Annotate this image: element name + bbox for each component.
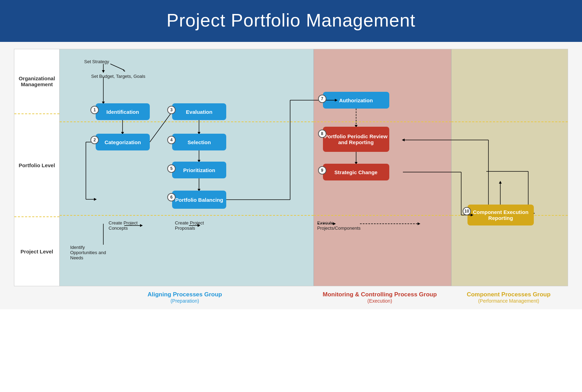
main-content: Organizational Management Portfolio Leve… bbox=[0, 42, 582, 309]
svg-marker-24 bbox=[122, 69, 125, 72]
process-component-reporting: Component Execution Reporting bbox=[467, 205, 534, 225]
process-selection: Selection bbox=[172, 134, 226, 150]
svg-marker-17 bbox=[94, 198, 97, 201]
zone-component: 10 Component Execution Reporting bbox=[451, 49, 568, 286]
execute-label: Execute Projects/Components bbox=[317, 220, 370, 231]
component-sub-label: (Performance Management) bbox=[453, 298, 565, 304]
process-balancing: Portfolio Balancing bbox=[172, 191, 226, 209]
portfolio-level-label: Portfolio Level bbox=[14, 114, 59, 217]
org-level-label: Organizational Management bbox=[14, 49, 59, 114]
create-proposals-label: Create Project Proposals bbox=[175, 220, 213, 231]
create-concepts-label: Create Project Concepts bbox=[109, 220, 147, 231]
component-arrows bbox=[451, 49, 568, 286]
process-prioritization: Prioritization bbox=[172, 162, 226, 178]
process-strategic-change: Strategic Change bbox=[323, 164, 389, 180]
diagram-columns: Set Strategy Set Budget, Targets, Goals … bbox=[60, 49, 568, 286]
process-evaluation: Evaluation bbox=[172, 103, 226, 120]
svg-marker-1 bbox=[102, 70, 105, 73]
page-header: Project Portfolio Management bbox=[0, 0, 582, 42]
monitoring-sub-label: (Execution) bbox=[314, 298, 446, 304]
component-main-label: Component Processes Group bbox=[453, 291, 565, 298]
page-title: Project Portfolio Management bbox=[167, 10, 415, 30]
level-labels: Organizational Management Portfolio Leve… bbox=[14, 49, 60, 286]
footer-aligning: Aligning Processes Group (Preparation) bbox=[59, 289, 310, 306]
zone-monitoring: 7 Authorization 8 Portfolio Periodic Rev… bbox=[314, 49, 452, 286]
monitoring-main-label: Monitoring & Controlling Process Group bbox=[314, 291, 446, 298]
footer-labels: Aligning Processes Group (Preparation) M… bbox=[14, 289, 568, 306]
footer-monitoring: Monitoring & Controlling Process Group (… bbox=[310, 289, 449, 306]
project-level-label: Project Level bbox=[14, 217, 59, 286]
zone-aligning: Set Strategy Set Budget, Targets, Goals … bbox=[60, 49, 314, 286]
process-categorization: Categorization bbox=[96, 134, 150, 150]
set-budget-label: Set Budget, Targets, Goals bbox=[91, 74, 145, 79]
process-authorization: Authorization bbox=[323, 92, 389, 109]
aligning-sub-label: (Preparation) bbox=[63, 298, 307, 304]
svg-line-23 bbox=[110, 64, 124, 70]
identify-label: Identify Opportunities and Needs bbox=[70, 245, 109, 260]
process-identification: Identification bbox=[96, 103, 150, 120]
footer-component: Component Processes Group (Performance M… bbox=[449, 289, 568, 306]
set-strategy-label: Set Strategy bbox=[84, 59, 109, 64]
aligning-main-label: Aligning Processes Group bbox=[63, 291, 307, 298]
svg-marker-36 bbox=[499, 181, 502, 184]
process-periodic-review: Portfolio Periodic Review and Reporting bbox=[323, 127, 389, 152]
diagram-area: Organizational Management Portfolio Leve… bbox=[14, 49, 568, 286]
